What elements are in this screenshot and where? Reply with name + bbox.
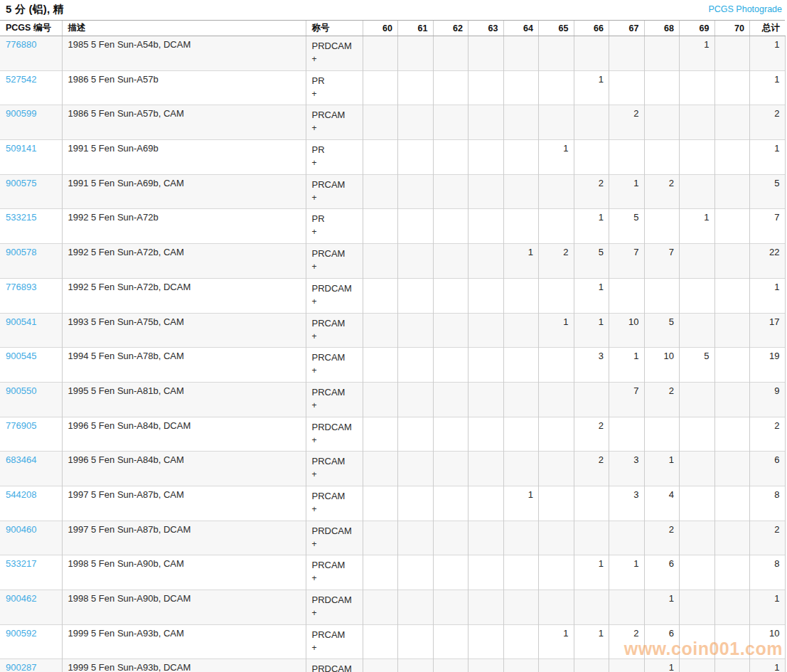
grade-70-cell: [714, 244, 750, 279]
pcgs-number-link[interactable]: 900541: [6, 316, 36, 327]
grade-69-cell: [680, 521, 715, 555]
grade-61-cell: [398, 348, 434, 383]
designation-label: PRCAM: [312, 456, 346, 466]
grade-67-cell: 7: [609, 244, 645, 279]
designation-label: PRCAM: [312, 560, 346, 570]
grade-60-cell: [363, 244, 398, 279]
pcgs-number-link[interactable]: 776905: [6, 420, 36, 431]
designation-label: PRDCAM: [312, 283, 352, 294]
grade-64-cell: [503, 36, 539, 71]
grade-62-cell: [433, 105, 469, 140]
table-row: 900541 1993 5 Fen Sun-A75b, CAM PRCAM + …: [0, 313, 785, 348]
grade-67-cell: [609, 659, 645, 672]
grade-63-cell: [469, 313, 504, 348]
grade-68-cell: 5: [644, 313, 680, 348]
total-cell: 17: [750, 313, 786, 348]
grade-70-cell: [714, 209, 750, 244]
population-table: PCGS 编号 描述 称号 6061626364656667686970总计 7…: [0, 20, 786, 672]
pcgs-number-cell: 683464: [0, 452, 62, 486]
grade-69-cell: [680, 624, 715, 659]
grade-70-cell: [714, 555, 750, 590]
grade-64-cell: [503, 590, 539, 625]
grade-64-cell: [503, 382, 539, 417]
pcgs-number-link[interactable]: 900578: [6, 247, 36, 257]
pcgs-number-link[interactable]: 900599: [6, 108, 36, 119]
pcgs-number-link[interactable]: 683464: [6, 454, 36, 465]
grade-66-cell: 1: [574, 209, 609, 244]
grade-68-cell: 6: [644, 555, 680, 590]
grade-60-cell: [363, 36, 398, 71]
description-cell: 1986 5 Fen Sun-A57b: [62, 70, 306, 105]
grade-66-cell: [574, 486, 609, 521]
pcgs-number-link[interactable]: 527542: [6, 74, 36, 85]
pcgs-number-link[interactable]: 900545: [6, 351, 36, 361]
grade-66-cell: 3: [574, 348, 609, 383]
designation-cell: PRCAM +: [306, 105, 363, 140]
column-header-total: 总计: [750, 21, 786, 36]
grade-67-cell: 3: [609, 452, 645, 486]
table-row: 683464 1996 5 Fen Sun-A84b, CAM PRCAM + …: [0, 452, 785, 486]
total-cell: 7: [750, 209, 786, 244]
grade-67-cell: 7: [609, 382, 645, 417]
grade-62-cell: [433, 486, 469, 521]
grade-62-cell: [433, 36, 469, 71]
grade-65-cell: 1: [539, 313, 574, 348]
pcgs-number-link[interactable]: 533215: [6, 212, 36, 223]
pcgs-number-link[interactable]: 900462: [6, 593, 36, 604]
pcgs-number-link[interactable]: 900592: [6, 628, 36, 639]
grade-64-cell: 1: [503, 486, 539, 521]
total-cell: 19: [750, 348, 786, 383]
grade-60-cell: [363, 659, 398, 672]
grade-62-cell: [433, 382, 469, 417]
pcgs-number-link[interactable]: 533217: [6, 558, 36, 569]
grade-64-cell: [503, 555, 539, 590]
table-row: 900287 1999 5 Fen Sun-A93b, DCAM PRDCAM …: [0, 659, 785, 672]
pcgs-number-cell: 776893: [0, 278, 62, 313]
table-row: 776905 1996 5 Fen Sun-A84b, DCAM PRDCAM …: [0, 417, 785, 452]
table-row: 900599 1986 5 Fen Sun-A57b, CAM PRCAM + …: [0, 105, 785, 140]
designation-plus: +: [312, 572, 363, 585]
grade-65-cell: [539, 70, 574, 105]
designation-cell: PRCAM +: [306, 452, 363, 486]
designation-plus: +: [312, 503, 363, 516]
pcgs-number-link[interactable]: 544208: [6, 489, 36, 500]
grade-68-cell: 4: [644, 486, 680, 521]
grade-69-cell: [680, 486, 715, 521]
total-cell: 5: [750, 174, 786, 209]
grade-61-cell: [398, 70, 434, 105]
grade-66-cell: 2: [574, 417, 609, 452]
pcgs-number-link[interactable]: 900287: [6, 662, 36, 672]
grade-67-cell: [609, 140, 645, 175]
designation-label: PRDCAM: [312, 594, 352, 605]
grade-69-cell: [680, 278, 715, 313]
grade-61-cell: [398, 36, 434, 71]
grade-61-cell: [398, 521, 434, 555]
pcgs-number-cell: 900592: [0, 624, 62, 659]
grade-62-cell: [433, 244, 469, 279]
pcgs-photograde-link[interactable]: PCGS Photograde: [708, 4, 782, 14]
designation-plus: +: [312, 364, 363, 378]
total-cell: 2: [750, 105, 786, 140]
pcgs-number-link[interactable]: 509141: [6, 143, 36, 154]
grade-63-cell: [469, 140, 504, 175]
designation-plus: +: [312, 260, 363, 274]
grade-68-cell: [644, 36, 680, 71]
pcgs-number-link[interactable]: 900550: [6, 385, 36, 396]
pcgs-number-link[interactable]: 776893: [6, 282, 36, 292]
grade-67-cell: 2: [609, 105, 645, 140]
designation-plus: +: [312, 191, 363, 205]
grade-63-cell: [469, 105, 504, 140]
pcgs-number-link[interactable]: 900575: [6, 178, 36, 188]
pcgs-number-link[interactable]: 776880: [6, 39, 36, 50]
grade-62-cell: [433, 140, 469, 175]
description-cell: 1997 5 Fen Sun-A87b, CAM: [62, 486, 306, 521]
grade-63-cell: [469, 36, 504, 71]
designation-label: PRCAM: [312, 352, 346, 363]
grade-64-cell: [503, 105, 539, 140]
grade-61-cell: [398, 590, 434, 625]
total-cell: 8: [750, 486, 786, 521]
table-row: 900462 1998 5 Fen Sun-A90b, DCAM PRDCAM …: [0, 590, 785, 625]
pcgs-number-cell: 776880: [0, 36, 62, 71]
pcgs-number-link[interactable]: 900460: [6, 524, 36, 535]
grade-66-cell: [574, 105, 609, 140]
